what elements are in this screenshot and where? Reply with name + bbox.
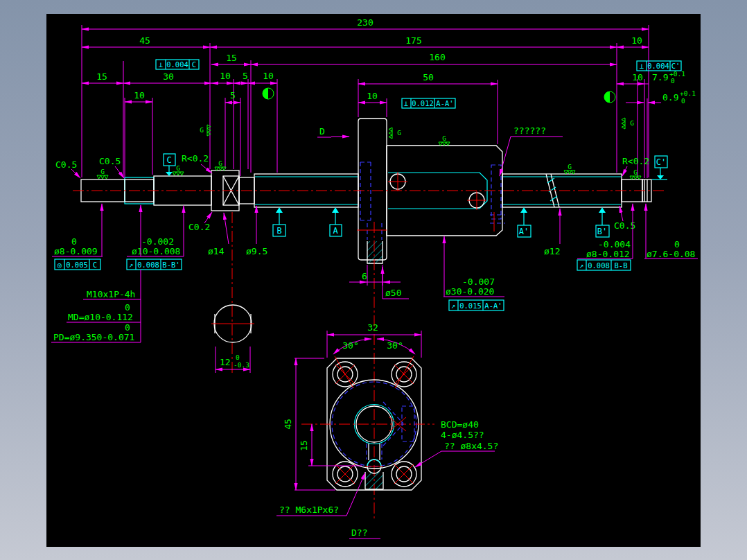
pd-spec: PD=ø9.350-0.071 <box>53 332 134 342</box>
fcf-sym: ◎ <box>58 261 62 269</box>
m6-note: ?? M6x1Px6? <box>279 505 339 515</box>
dim-0-9: 0.9 <box>662 92 678 103</box>
fcf-perp-004-c: ⊥ 0.004 C <box>156 60 199 69</box>
svg-text:C: C <box>166 155 171 165</box>
wiper-note: ?????? <box>513 125 546 136</box>
svg-text:C': C' <box>656 157 666 167</box>
fcf-ref: B-B <box>615 261 628 270</box>
svg-text:A: A <box>333 226 338 236</box>
thread-spec: M10x1P-4h <box>87 289 135 299</box>
fcf-ref: B-B' <box>162 261 179 269</box>
dim-15v: 15 <box>299 440 309 451</box>
cad-viewport: 230 45 175 10 15 160 15 30 10 5 10 50 10… <box>0 0 747 560</box>
dia7-6-top: 0 <box>674 239 680 250</box>
svg-text:G: G <box>633 168 638 176</box>
fcf-ref: C' <box>671 62 680 70</box>
cad-drawing: 230 45 175 10 15 160 15 30 10 5 10 50 10… <box>0 0 747 560</box>
svg-text:B': B' <box>597 227 607 236</box>
svg-text:G: G <box>218 159 222 167</box>
fcf-sym: ⊥ <box>159 60 163 69</box>
dia50: ø50 <box>385 288 401 298</box>
svg-text:G: G <box>568 163 572 170</box>
chamfer-c02: C0.2 <box>188 222 210 232</box>
dim-12-sub: -0.3 <box>234 361 249 369</box>
svg-text:G: G <box>100 168 105 175</box>
dia8-left-top: 0 <box>71 236 77 247</box>
fcf-perp-004-c1: ⊥ 0.004 C' <box>637 61 681 71</box>
dia10: ø10-0.008 <box>132 246 180 256</box>
radius-right: R<0.2 <box>622 156 649 166</box>
fcf-ref: A-A' <box>484 301 502 310</box>
fcf-sym: ↗ <box>579 261 583 270</box>
dia8-right: ø8-0.012 <box>586 249 630 259</box>
dia8-right-top: -0.004 <box>598 239 631 250</box>
dim-175: 175 <box>405 35 421 46</box>
md-spec: MD=ø10-0.112 <box>68 312 133 322</box>
fcf-conc-005-c: ◎ 0.005 C <box>55 259 100 270</box>
fcf-val: 0.005 <box>66 261 88 269</box>
dim-12: 12 <box>220 357 231 367</box>
view-d-arrow-label: D <box>319 126 325 137</box>
dim-7-9: 7.9 <box>652 72 668 82</box>
svg-text:G: G <box>630 119 634 127</box>
dim-45v: 45 <box>283 419 293 430</box>
fcf-val: 0.008 <box>588 261 610 270</box>
dim-32: 32 <box>367 322 378 333</box>
dim-5b: 5 <box>230 90 236 100</box>
view-d-title: D?? <box>351 527 367 538</box>
dim-10-right: 10 <box>632 72 643 82</box>
dia9-5: ø9.5 <box>246 246 267 256</box>
dim-6: 6 <box>362 271 367 281</box>
dim-15-mid: 15 <box>226 53 237 63</box>
radius-left: R<0.2 <box>182 153 209 164</box>
fcf-ref: A-A' <box>436 99 453 107</box>
fcf-ref: C <box>93 261 97 269</box>
svg-text:B: B <box>276 226 281 236</box>
dim-230: 230 <box>357 17 373 28</box>
svg-text:G: G <box>397 129 401 137</box>
dia14: ø14 <box>208 246 225 256</box>
dim-30deg-right: 30° <box>387 340 403 351</box>
dim-10a: 10 <box>220 71 231 81</box>
dim-10-flange: 10 <box>367 91 378 101</box>
fcf-sym: ⊥ <box>404 99 408 107</box>
dim-50: 50 <box>423 72 434 82</box>
fcf-sym: ↗ <box>129 261 133 269</box>
dim-12-sup: 0 <box>236 353 240 361</box>
bcd-note: BCD=ø40 <box>441 419 479 430</box>
fcf-val: 0.004 <box>647 62 669 70</box>
dim-7-9-sub: 0 <box>671 77 675 85</box>
fcf-sym: ⊥ <box>640 62 644 70</box>
dim-15: 15 <box>96 71 107 82</box>
fcf-val: 0.015 <box>459 301 482 310</box>
chamfer-left-2: C0.5 <box>99 156 121 166</box>
dia8-left: ø8-0.009 <box>54 246 98 256</box>
svg-text:G: G <box>200 126 204 134</box>
dim-160: 160 <box>429 52 445 62</box>
fcf-val: 0.004 <box>166 60 188 69</box>
svg-text:A': A' <box>519 227 529 236</box>
dia7-6: ø7.6-0.08 <box>647 249 695 259</box>
dim-0-9-sup: +0.1 <box>680 89 696 97</box>
cbore-note: ?? ø8x4.5? <box>444 441 498 451</box>
svg-text:G: G <box>442 134 446 142</box>
dim-10b: 10 <box>263 71 274 81</box>
fcf-val: 0.012 <box>412 99 434 107</box>
chamfer-left-1: C0.5 <box>55 159 77 170</box>
dim-30deg-left: 30° <box>342 340 358 351</box>
dia30: ø30-0.020 <box>446 286 494 297</box>
fcf-val: 0.008 <box>137 261 159 269</box>
fcf-sym: ↗ <box>451 301 455 310</box>
dim-30: 30 <box>163 71 174 82</box>
dia30-top: -0.007 <box>462 277 495 287</box>
dia12: ø12 <box>544 246 560 256</box>
flange-section-hatch <box>367 241 383 263</box>
dim-0-9-sub: 0 <box>681 97 685 105</box>
dim-10-thread: 10 <box>134 90 145 100</box>
fcf-ref: C <box>192 60 196 69</box>
holes-note: 4-ø4.5?? <box>441 430 484 440</box>
dia10-top: -0.002 <box>141 236 174 247</box>
svg-text:G: G <box>176 164 180 172</box>
dim-45: 45 <box>139 35 150 46</box>
dim-5a: 5 <box>243 71 248 81</box>
